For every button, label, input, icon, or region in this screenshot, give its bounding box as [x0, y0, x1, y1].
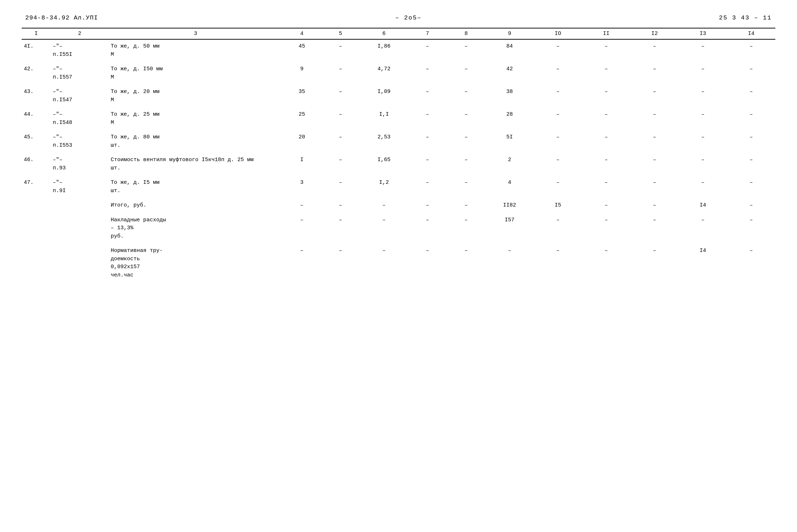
- col-header-2: 2: [50, 28, 109, 39]
- cell-43-13: –: [679, 83, 727, 106]
- cell-43-10: –: [534, 83, 582, 106]
- table-row: 44.–"– п.I548То же, д. 25 мм М25–I,I––28…: [22, 106, 775, 128]
- cell-nakladnye-5: –: [321, 211, 360, 242]
- cell-47-3: То же, д. I5 мм шт.: [109, 174, 282, 196]
- cell-41-6: I,86: [360, 39, 408, 60]
- cell-47-4: 3: [282, 174, 321, 196]
- cell-46-10: –: [534, 151, 582, 174]
- cell-46-7: –: [408, 151, 447, 174]
- cell-itogo-6: –: [360, 196, 408, 211]
- cell-nakladnye-10: –: [534, 211, 582, 242]
- cell-nakladnye-12: –: [630, 211, 679, 242]
- cell-normativnaya-13: I4: [679, 242, 727, 281]
- cell-normativnaya-9: –: [485, 242, 534, 281]
- cell-normativnaya-8: –: [447, 242, 485, 281]
- cell-normativnaya-6: –: [360, 242, 408, 281]
- col-header-10: IO: [534, 28, 582, 39]
- cell-nakladnye-14: –: [727, 211, 775, 242]
- table-row: 43.–"– п.I547То же, д. 20 мм М35–I,09––3…: [22, 83, 775, 106]
- cell-45-5: –: [321, 128, 360, 151]
- cell-normativnaya-7: –: [408, 242, 447, 281]
- header-right: 25 3 43 – 11: [719, 14, 772, 21]
- cell-itogo-8: –: [447, 196, 485, 211]
- cell-44-12: –: [630, 106, 679, 128]
- column-header-row: I 2 3 4 5 6 7 8 9 IO II I2 I3 I4: [22, 28, 775, 39]
- cell-nakladnye-11: –: [582, 211, 630, 242]
- cell-44-5: –: [321, 106, 360, 128]
- cell-47-2: –"– п.9I: [50, 174, 109, 196]
- cell-normativnaya-11: –: [582, 242, 630, 281]
- cell-42-12: –: [630, 60, 679, 83]
- cell-47-10: –: [534, 174, 582, 196]
- cell-itogo-7: –: [408, 196, 447, 211]
- cell-44-1: 44.: [22, 106, 50, 128]
- cell-46-9: 2: [485, 151, 534, 174]
- cell-42-1: 42.: [22, 60, 50, 83]
- cell-44-9: 28: [485, 106, 534, 128]
- cell-nakladnye-2: [50, 211, 109, 242]
- cell-43-5: –: [321, 83, 360, 106]
- cell-normativnaya-3: Нормативная тру- доемкость 0,092х157 чел…: [109, 242, 282, 281]
- cell-42-9: 42: [485, 60, 534, 83]
- cell-43-9: 38: [485, 83, 534, 106]
- cell-41-9: 84: [485, 39, 534, 60]
- cell-46-13: –: [679, 151, 727, 174]
- page-header: 294-8-34.92 Ал.УПI – 2о5– 25 3 43 – 11: [22, 14, 775, 21]
- cell-47-6: I,2: [360, 174, 408, 196]
- cell-44-3: То же, д. 25 мм М: [109, 106, 282, 128]
- cell-nakladnye-6: –: [360, 211, 408, 242]
- cell-42-8: –: [447, 60, 485, 83]
- cell-46-2: –"– п.93: [50, 151, 109, 174]
- cell-44-8: –: [447, 106, 485, 128]
- cell-44-6: I,I: [360, 106, 408, 128]
- cell-41-1: 4I.: [22, 39, 50, 60]
- header-center: – 2о5–: [395, 14, 422, 21]
- cell-itogo-13: I4: [679, 196, 727, 211]
- cell-44-2: –"– п.I548: [50, 106, 109, 128]
- cell-41-8: –: [447, 39, 485, 60]
- cell-45-13: –: [679, 128, 727, 151]
- table-row: 46.–"– п.93Стоимость вентиля муфтового I…: [22, 151, 775, 174]
- cell-42-7: –: [408, 60, 447, 83]
- cell-45-4: 20: [282, 128, 321, 151]
- cell-41-12: –: [630, 39, 679, 60]
- cell-nakladnye-9: I57: [485, 211, 534, 242]
- cell-42-6: 4,72: [360, 60, 408, 83]
- cell-41-14: –: [727, 39, 775, 60]
- cell-45-2: –"– п.I553: [50, 128, 109, 151]
- col-header-6: 6: [360, 28, 408, 39]
- cell-43-11: –: [582, 83, 630, 106]
- cell-44-11: –: [582, 106, 630, 128]
- cell-46-11: –: [582, 151, 630, 174]
- table-row: 47.–"– п.9IТо же, д. I5 мм шт.3–I,2––4––…: [22, 174, 775, 196]
- cell-47-11: –: [582, 174, 630, 196]
- cell-43-8: –: [447, 83, 485, 106]
- cell-44-4: 25: [282, 106, 321, 128]
- cell-41-11: –: [582, 39, 630, 60]
- cell-42-14: –: [727, 60, 775, 83]
- cell-43-3: То же, д. 20 мм М: [109, 83, 282, 106]
- table-row: Нормативная тру- доемкость 0,092х157 чел…: [22, 242, 775, 281]
- col-header-1: I: [22, 28, 50, 39]
- cell-itogo-14: –: [727, 196, 775, 211]
- col-header-8: 8: [447, 28, 485, 39]
- table-row: 45.–"– п.I553То же, д. 80 мм шт.20–2,53–…: [22, 128, 775, 151]
- cell-itogo-12: –: [630, 196, 679, 211]
- cell-nakladnye-3: Накладные расходы – 13,3% руб.: [109, 211, 282, 242]
- cell-normativnaya-2: [50, 242, 109, 281]
- cell-45-9: 5I: [485, 128, 534, 151]
- cell-43-2: –"– п.I547: [50, 83, 109, 106]
- cell-44-14: –: [727, 106, 775, 128]
- table-body: 4I.–"– п.I55IТо же, д. 50 мм М45–I,86––8…: [22, 39, 775, 281]
- col-header-4: 4: [282, 28, 321, 39]
- cell-41-2: –"– п.I55I: [50, 39, 109, 60]
- cell-46-12: –: [630, 151, 679, 174]
- cell-47-14: –: [727, 174, 775, 196]
- cell-46-4: I: [282, 151, 321, 174]
- col-header-7: 7: [408, 28, 447, 39]
- header-left: 294-8-34.92 Ал.УПI: [25, 14, 98, 21]
- cell-47-12: –: [630, 174, 679, 196]
- cell-41-4: 45: [282, 39, 321, 60]
- cell-itogo-11: –: [582, 196, 630, 211]
- cell-45-10: –: [534, 128, 582, 151]
